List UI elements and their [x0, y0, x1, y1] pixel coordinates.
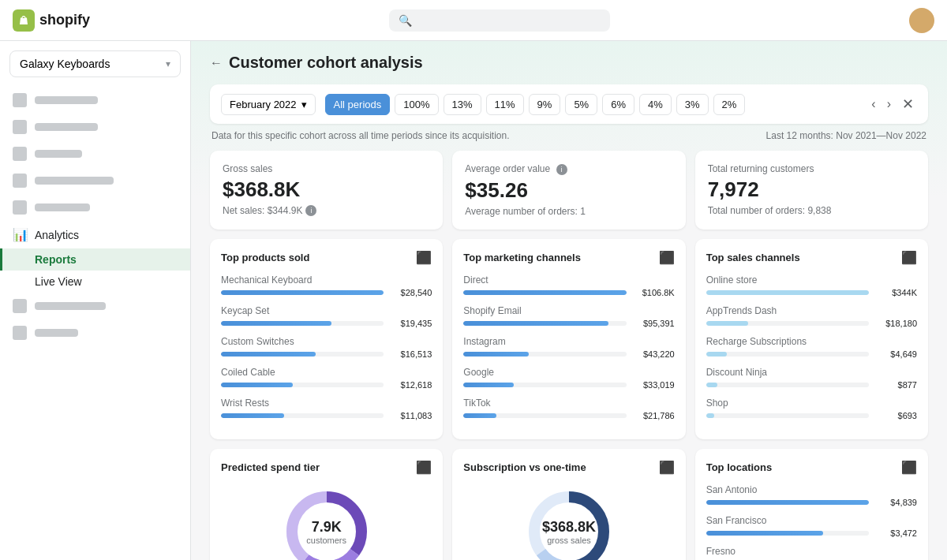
bar-track: [706, 290, 869, 295]
bar-label: Discount Ninja: [706, 367, 917, 378]
list-item: Recharge Subscriptions $4,649: [706, 336, 917, 359]
export-icon[interactable]: ⬛: [901, 460, 917, 475]
date-filter[interactable]: February 2022 ▾: [221, 94, 316, 115]
top-sales-header: Top sales channels ⬛: [706, 250, 917, 265]
export-icon[interactable]: ⬛: [416, 460, 432, 475]
bar-label: Fresno: [706, 546, 917, 557]
info-right: Last 12 months: Nov 2021—Nov 2022: [766, 130, 926, 141]
sidebar-item-live-view[interactable]: Live View: [0, 271, 190, 293]
sidebar-item-products[interactable]: [0, 140, 190, 167]
stat-card-avg-order: Average order value i $35.26 Average num…: [452, 151, 685, 230]
filter-all-periods[interactable]: All periods: [325, 94, 391, 115]
list-item: San Antonio $4,839: [706, 484, 917, 507]
bar-label: Keycap Set: [221, 305, 432, 316]
filter-5pct[interactable]: 5%: [565, 94, 597, 115]
export-icon[interactable]: ⬛: [659, 460, 675, 475]
bar-fill: [463, 383, 514, 387]
sidebar-item-customers[interactable]: [0, 167, 190, 194]
filter-13pct[interactable]: 13%: [444, 94, 481, 115]
gross-sales-info-icon[interactable]: i: [305, 205, 316, 216]
list-item: Instagram $43,220: [463, 336, 674, 359]
bar-track: [463, 413, 626, 418]
predicted-spend-title: Predicted spend tier: [221, 461, 320, 473]
gross-sales-value: $368.8K: [223, 177, 430, 202]
returning-sub: Total number of orders: 9,838: [708, 205, 915, 216]
bar-fill: [706, 352, 728, 357]
bar-value: $11,083: [388, 411, 432, 420]
export-icon[interactable]: ⬛: [901, 250, 917, 265]
list-item: TikTok $21,786: [463, 398, 674, 420]
filter-3pct[interactable]: 3%: [676, 94, 709, 115]
bar-track: [221, 352, 384, 357]
avg-order-info-icon[interactable]: i: [556, 164, 567, 175]
bar-fill: [706, 413, 714, 418]
filter-4pct[interactable]: 4%: [639, 94, 672, 115]
bar-track: [706, 352, 869, 357]
predicted-spend-value: 7.9K: [306, 519, 346, 536]
bar-fill: [463, 352, 529, 357]
back-button[interactable]: ←: [210, 56, 223, 70]
predicted-spend-label: 7.9K customers: [306, 519, 346, 545]
bar-track: [706, 383, 869, 387]
bar-fill: [463, 290, 626, 295]
bar-label: Instagram: [463, 336, 674, 347]
sidebar-item-marketing[interactable]: [0, 293, 190, 319]
filter-2pct[interactable]: 2%: [713, 94, 746, 115]
sidebar-item-apps[interactable]: [0, 319, 190, 346]
home-icon: [13, 93, 27, 107]
reports-label: Reports: [35, 253, 77, 266]
filter-next-button[interactable]: ›: [884, 94, 894, 114]
top-products-bars: Mechanical Keyboard $28,540 Keycap Set $…: [221, 274, 432, 420]
shopify-bag-icon: [13, 9, 35, 32]
search-bar[interactable]: 🔍: [389, 9, 610, 32]
sidebar-item-reports[interactable]: Reports: [0, 248, 190, 271]
list-item: Wrist Rests $11,083: [221, 398, 432, 420]
bar-label: Google: [463, 367, 674, 378]
bar-value: $18,180: [874, 319, 917, 328]
filter-9pct[interactable]: 9%: [529, 94, 561, 115]
export-icon[interactable]: ⬛: [416, 250, 432, 265]
bar-value: $12,618: [388, 380, 432, 390]
filter-prev-button[interactable]: ‹: [868, 94, 878, 114]
date-chevron-icon: ▾: [301, 99, 307, 110]
charts-row-2: Predicted spend tier ⬛ 7.9K customers: [210, 449, 928, 560]
nav-placeholder: [35, 329, 78, 337]
top-locations-bars: San Antonio $4,839 San Francisco $3,472 …: [706, 484, 917, 560]
gross-sales-label: Gross sales: [223, 163, 430, 174]
bar-value: $33,019: [631, 380, 675, 390]
filter-100pct[interactable]: 100%: [395, 94, 438, 115]
filter-close-button[interactable]: ✕: [899, 92, 917, 116]
list-item: Shopify Email $95,391: [463, 305, 674, 328]
bar-fill: [706, 531, 824, 536]
bar-track: [463, 290, 626, 295]
list-item: Online store $344K: [706, 274, 917, 297]
store-name: Galaxy Keyboards: [20, 58, 110, 70]
nav-placeholder: [35, 302, 106, 310]
sidebar-item-finances[interactable]: [0, 194, 190, 221]
info-bar: Data for this specific cohort across all…: [210, 130, 928, 141]
top-marketing-card: Top marketing channels ⬛ Direct $106.8K …: [452, 239, 685, 439]
sidebar-item-home[interactable]: [0, 87, 190, 114]
products-icon: [13, 147, 27, 161]
top-sales-card: Top sales channels ⬛ Online store $344K …: [695, 239, 928, 439]
avatar[interactable]: [909, 8, 934, 33]
nav-placeholder: [35, 96, 98, 104]
filter-11pct[interactable]: 11%: [486, 94, 524, 115]
filter-6pct[interactable]: 6%: [602, 94, 634, 115]
nav-placeholder: [35, 203, 90, 211]
filter-bar: February 2022 ▾ All periods 100% 13% 11%…: [210, 84, 928, 124]
bar-value: $693: [874, 411, 917, 420]
predicted-spend-donut: 7.9K customers: [221, 484, 432, 560]
brand-area: shopify: [13, 9, 90, 32]
store-selector[interactable]: Galaxy Keyboards ▾: [9, 50, 181, 77]
list-item: Discount Ninja $877: [706, 367, 917, 390]
export-icon[interactable]: ⬛: [659, 250, 675, 265]
predicted-spend-header: Predicted spend tier ⬛: [221, 460, 432, 475]
bar-track: [706, 321, 869, 326]
subscription-label: $368.8K gross sales: [542, 519, 596, 545]
sidebar: Galaxy Keyboards ▾ 📊 Analytics Re: [0, 41, 191, 560]
bar-track: [221, 321, 384, 326]
sidebar-item-orders[interactable]: [0, 114, 190, 140]
predicted-spend-sub: customers: [306, 536, 346, 545]
search-icon: 🔍: [399, 14, 412, 27]
